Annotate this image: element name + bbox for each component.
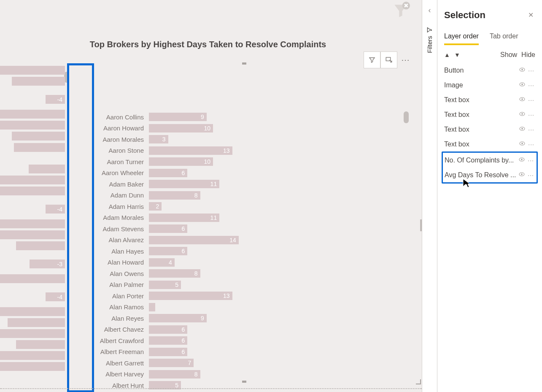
tab-layer-order[interactable]: Layer order: [444, 32, 479, 45]
show-button[interactable]: Show: [500, 51, 517, 59]
chart-row[interactable]: Albert Crawford6: [70, 335, 405, 346]
report-canvas[interactable]: -4-4-3-4 Top Brokers by Highest Days Tak…: [0, 0, 422, 392]
bar-chart-visual[interactable]: Top Brokers by Highest Days Taken to Res…: [70, 40, 413, 387]
hide-button[interactable]: Hide: [521, 51, 535, 59]
data-bar[interactable]: 11: [149, 214, 219, 222]
layer-item[interactable]: Image···: [444, 78, 535, 92]
layer-item[interactable]: Text box···: [444, 137, 535, 151]
peek-bar: [0, 121, 65, 130]
data-bar[interactable]: 5: [149, 281, 181, 289]
visibility-icon[interactable]: [519, 125, 526, 133]
chart-row[interactable]: Aaron Collins9: [70, 111, 405, 123]
svg-point-5: [522, 84, 523, 85]
visibility-icon[interactable]: [519, 66, 526, 74]
layer-item[interactable]: Button···: [444, 63, 535, 78]
data-bar[interactable]: 2: [149, 202, 162, 211]
chart-row[interactable]: Alan Ramos: [70, 302, 405, 313]
more-icon[interactable]: ···: [528, 97, 534, 103]
chart-row[interactable]: Aaron Morales3: [70, 134, 405, 145]
chart-row[interactable]: Alan Howard4: [70, 257, 405, 268]
data-bar[interactable]: 9: [149, 314, 207, 322]
resize-handle-top[interactable]: [242, 62, 246, 65]
more-options-button[interactable]: ⋯: [397, 52, 413, 68]
close-icon[interactable]: ✕: [526, 9, 535, 21]
data-bar[interactable]: 7: [149, 359, 194, 367]
chart-row[interactable]: Albert Harvey8: [70, 369, 405, 380]
data-bar[interactable]: 13: [149, 146, 232, 155]
filters-pane-tab[interactable]: Filters: [426, 22, 433, 57]
chart-row[interactable]: Alan Palmer5: [70, 279, 405, 291]
page-boundary: [0, 388, 422, 389]
chart-row[interactable]: Albert Chavez6: [70, 324, 405, 335]
chart-row[interactable]: Alan Porter13: [70, 290, 405, 302]
chart-row[interactable]: Alan Hayes6: [70, 246, 405, 257]
data-bar[interactable]: 11: [149, 180, 219, 188]
visibility-icon[interactable]: [518, 171, 525, 179]
resize-handle-corner[interactable]: [416, 379, 421, 384]
data-bar[interactable]: [149, 303, 155, 311]
data-bar[interactable]: 10: [149, 124, 213, 132]
chart-row[interactable]: Albert Garrett7: [70, 357, 405, 369]
data-bar[interactable]: 6: [149, 224, 187, 233]
chart-row[interactable]: Aaron Stone13: [70, 145, 405, 157]
selection-panel: Selection ✕ Layer order Tab order ▲ ▼ Sh…: [437, 0, 542, 392]
chart-row[interactable]: Adam Harris2: [70, 201, 405, 212]
more-icon[interactable]: ···: [528, 172, 534, 178]
focus-mode-button[interactable]: [380, 51, 397, 68]
chart-row[interactable]: Adam Morales11: [70, 212, 405, 224]
more-icon[interactable]: ···: [528, 141, 534, 148]
collapse-chevron-icon[interactable]: ‹: [429, 3, 431, 22]
category-label: Adam Harris: [70, 203, 149, 210]
data-bar[interactable]: 13: [149, 292, 232, 300]
data-bar[interactable]: 6: [149, 325, 187, 334]
chart-scrollbar[interactable]: [404, 111, 409, 392]
data-bar[interactable]: 6: [149, 336, 187, 345]
chart-row[interactable]: Adam Dunn8: [70, 190, 405, 201]
category-label: Alan Reyes: [70, 315, 149, 322]
scrollbar-thumb[interactable]: [404, 111, 409, 123]
more-icon[interactable]: ···: [528, 157, 534, 164]
more-icon[interactable]: ···: [528, 82, 534, 89]
layer-item[interactable]: Text box···: [444, 122, 535, 137]
move-up-icon[interactable]: ▲: [444, 51, 450, 58]
data-bar[interactable]: 6: [149, 169, 187, 177]
visibility-icon[interactable]: [519, 111, 526, 119]
data-bar[interactable]: 8: [149, 269, 200, 278]
visibility-icon[interactable]: [519, 81, 526, 89]
data-bar[interactable]: 9: [149, 113, 207, 121]
data-bar[interactable]: 10: [149, 157, 213, 166]
visibility-icon[interactable]: [519, 140, 526, 148]
data-bar[interactable]: 4: [149, 258, 175, 267]
more-icon[interactable]: ···: [528, 126, 534, 133]
chart-row[interactable]: Adam Stevens6: [70, 223, 405, 235]
chart-row[interactable]: Adam Baker11: [70, 178, 405, 190]
chart-row[interactable]: Aaron Howard10: [70, 123, 405, 134]
data-bar[interactable]: 6: [149, 348, 187, 356]
category-label: Albert Freeman: [70, 348, 149, 355]
data-bar[interactable]: 8: [149, 191, 200, 200]
layer-item[interactable]: Text box···: [444, 92, 535, 107]
chart-row[interactable]: Alan Alvarez14: [70, 235, 405, 246]
visibility-icon[interactable]: [518, 156, 525, 164]
peek-bar: [0, 176, 65, 184]
visibility-icon[interactable]: [519, 96, 526, 104]
chart-title: Top Brokers by Highest Days Taken to Res…: [70, 40, 413, 49]
resize-handle-bottom[interactable]: [242, 381, 246, 383]
move-down-icon[interactable]: ▼: [454, 51, 460, 58]
data-bar[interactable]: 6: [149, 247, 187, 255]
chart-row[interactable]: Albert Freeman6: [70, 346, 405, 358]
tab-tab-order[interactable]: Tab order: [490, 32, 518, 45]
data-bar[interactable]: 3: [149, 135, 168, 143]
data-bar[interactable]: 8: [149, 370, 200, 378]
filter-button[interactable]: [364, 51, 380, 68]
layer-item[interactable]: Text box···: [444, 107, 535, 122]
more-icon[interactable]: ···: [528, 67, 534, 74]
more-icon[interactable]: ···: [528, 111, 534, 118]
chart-row[interactable]: Alan Owens8: [70, 268, 405, 279]
chart-row[interactable]: Aaron Wheeler6: [70, 168, 405, 179]
chart-row[interactable]: Aaron Turner10: [70, 156, 405, 168]
layer-item[interactable]: Avg Days To Resolve ...···: [445, 168, 535, 182]
chart-row[interactable]: Alan Reyes9: [70, 313, 405, 324]
data-bar[interactable]: 14: [149, 236, 239, 244]
layer-item[interactable]: No. Of Complaints by...···: [445, 153, 535, 168]
